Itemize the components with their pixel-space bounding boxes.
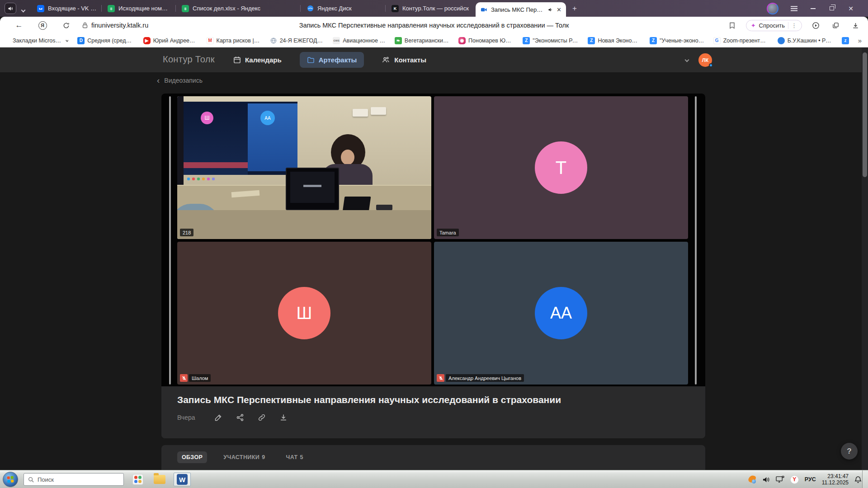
browser-tab-yandex-disk[interactable]: Яндекс Диск bbox=[302, 0, 384, 17]
taskbar-search-input[interactable]: Поиск bbox=[24, 473, 124, 486]
bookmark-item[interactable]: ◉Пономарев Юрий bbox=[458, 37, 514, 44]
bookmark-item[interactable]: MКарта рисков | Уп bbox=[207, 37, 261, 44]
tray-app-icon[interactable] bbox=[748, 475, 756, 483]
browser-audio-button[interactable] bbox=[5, 3, 16, 14]
zoom-favicon: Z bbox=[588, 37, 595, 44]
media-app-icon bbox=[132, 474, 143, 485]
copy-link-icon[interactable] bbox=[257, 413, 267, 422]
browser-tab-todo-xlsx[interactable]: Список дел.xlsx - Яндекс bbox=[177, 0, 299, 17]
participant-name-badge: 218 bbox=[180, 229, 193, 236]
video-tile-tamara[interactable]: Т Tamara bbox=[434, 96, 688, 239]
edit-icon[interactable] bbox=[213, 413, 223, 422]
tab-label: Список дел.xlsx - Яндекс bbox=[193, 5, 260, 12]
language-indicator[interactable]: РУС bbox=[805, 476, 816, 483]
video-tile-shalom[interactable]: Ш Шалом bbox=[177, 242, 431, 385]
bookmark-item[interactable]: Б.У.Кашкин • Раск bbox=[778, 37, 833, 44]
bookmark-item[interactable]: ▶Юрий Андреевич bbox=[143, 37, 198, 44]
video-tile-tsyganov[interactable]: АА Александр Андреевич Цыганов bbox=[434, 242, 688, 385]
tab-participants[interactable]: УЧАСТНИКИ 9 bbox=[219, 451, 269, 463]
zoom-favicon: z bbox=[842, 37, 849, 44]
word-icon: W bbox=[177, 474, 188, 485]
bookmark-item[interactable]: DСредняя (среднее bbox=[77, 37, 134, 44]
tab-list-chevron-button[interactable] bbox=[22, 5, 27, 11]
nav-contacts[interactable]: Контакты bbox=[375, 52, 434, 68]
desk-monitor bbox=[286, 168, 339, 210]
bookmark-folder-microsoft[interactable]: Закладки Microsoft | bbox=[13, 38, 68, 44]
browser-tab-kontur-talk[interactable]: K Контур.Толк — российск bbox=[387, 0, 475, 17]
page-scrollbar[interactable] bbox=[862, 47, 868, 470]
start-button[interactable] bbox=[3, 472, 18, 487]
taskbar-app-word-active[interactable]: W bbox=[174, 473, 191, 486]
bookmark-item[interactable]: Z"Ученые-экономи bbox=[650, 37, 704, 44]
participant-avatar: АА bbox=[535, 287, 587, 339]
ask-menu-dots-icon[interactable]: ⋮ bbox=[788, 22, 797, 29]
bookmark-item[interactable]: cwsАвиационное и к bbox=[333, 37, 386, 44]
clock-date: 11.12.2025 bbox=[822, 479, 849, 486]
user-avatar[interactable]: ЛК bbox=[698, 53, 712, 67]
window-minimize-button[interactable] bbox=[809, 5, 816, 12]
back-button[interactable]: ← bbox=[13, 19, 25, 32]
tab-label: Входящие - VK WorkMail bbox=[48, 5, 97, 12]
video-tile-room-218[interactable]: Ш АА bbox=[177, 96, 431, 239]
taskbar-app-media[interactable] bbox=[131, 473, 145, 486]
sparkle-icon: ✦ bbox=[751, 22, 756, 29]
tray-yandex-icon[interactable]: Y bbox=[790, 475, 799, 484]
reload-button[interactable] bbox=[60, 19, 72, 32]
bookmark-icon[interactable] bbox=[726, 19, 739, 32]
calendar-icon bbox=[233, 56, 241, 64]
bookmark-item[interactable]: 24-Я ЕЖЕГОДНА bbox=[270, 37, 324, 44]
lock-icon bbox=[82, 22, 88, 28]
download-icon[interactable] bbox=[278, 413, 288, 422]
tab-overview[interactable]: ОБЗОР bbox=[177, 451, 207, 463]
tab-chat[interactable]: ЧАТ 5 bbox=[282, 451, 308, 463]
details-panel: ОБЗОР УЧАСТНИКИ 9 ЧАТ 5 bbox=[161, 445, 705, 470]
spreadsheet-favicon bbox=[108, 5, 115, 12]
window-restore-button[interactable] bbox=[828, 5, 835, 12]
tray-display-icon[interactable] bbox=[776, 476, 784, 483]
browser-tab-outgoing-xlsx[interactable]: Исходящие номера.xlsx - bbox=[103, 0, 175, 17]
taskbar-clock[interactable]: 23:41:47 11.12.2025 bbox=[822, 473, 849, 486]
bookmark-item[interactable]: ❧Вегетарианский с bbox=[395, 37, 449, 44]
tab-label: Запись МКС Перспе bbox=[491, 6, 544, 13]
bookmark-item-partial[interactable]: z bbox=[842, 37, 849, 44]
tab-sound-icon[interactable] bbox=[548, 7, 553, 12]
tab-label: Яндекс Диск bbox=[317, 5, 352, 12]
bookmarks-overflow-button[interactable]: » bbox=[858, 37, 862, 44]
bookmark-item[interactable]: GZoom-презентаци bbox=[713, 37, 769, 44]
nav-calendar[interactable]: Календарь bbox=[226, 52, 289, 68]
people-icon bbox=[382, 56, 390, 64]
nav-artifacts[interactable]: Артефакты bbox=[300, 52, 364, 68]
tab-close-icon[interactable]: ✕ bbox=[557, 6, 561, 13]
video-grid: Ш АА bbox=[161, 94, 705, 386]
play-panel-icon[interactable] bbox=[809, 19, 822, 32]
bookmark-item[interactable]: Z"Экономисты РАН bbox=[523, 37, 579, 44]
taskbar-app-explorer[interactable] bbox=[153, 473, 166, 486]
address-bar[interactable]: finuniversity.ktalk.ru bbox=[82, 22, 148, 29]
bookmarks-bar: Закладки Microsoft | DСредняя (среднее ▶… bbox=[0, 34, 868, 47]
help-button[interactable]: ? bbox=[841, 443, 858, 460]
dzen-favicon: D bbox=[77, 37, 85, 44]
folder-explorer-icon bbox=[154, 475, 165, 484]
screen: Входящие - VK WorkMail Исходящие номера.… bbox=[0, 0, 868, 488]
yandex-id-button[interactable]: Я bbox=[36, 19, 49, 32]
show-desktop-button[interactable] bbox=[862, 470, 868, 488]
back-link-video-recording[interactable]: ‹ Видеозапись bbox=[157, 77, 203, 84]
bookmark-item[interactable]: ZНовая Экономич bbox=[588, 37, 641, 44]
ask-ai-button[interactable]: ✦ Спросить ⋮ bbox=[746, 20, 802, 31]
scrollbar-thumb[interactable] bbox=[863, 52, 867, 177]
tabs-copy-icon[interactable] bbox=[829, 19, 842, 32]
search-icon bbox=[28, 477, 34, 483]
browser-tab-vk-workmail[interactable]: Входящие - VK WorkMail bbox=[33, 0, 101, 17]
share-icon[interactable] bbox=[235, 413, 245, 422]
browser-tab-active-recording[interactable]: Запись МКС Перспе ✕ bbox=[476, 2, 566, 17]
browser-profile-avatar[interactable] bbox=[767, 3, 778, 14]
notifications-bell-icon[interactable] bbox=[854, 476, 862, 483]
video-camera-favicon bbox=[480, 6, 487, 13]
tray-volume-icon[interactable] bbox=[762, 476, 770, 483]
gmail-favicon: M bbox=[207, 37, 214, 44]
downloads-icon[interactable] bbox=[849, 19, 862, 32]
header-chevron-down-icon[interactable] bbox=[685, 58, 689, 62]
new-tab-button[interactable]: + bbox=[570, 4, 580, 14]
window-close-button[interactable]: ✕ bbox=[847, 5, 854, 12]
browser-menu-button[interactable] bbox=[790, 5, 797, 12]
